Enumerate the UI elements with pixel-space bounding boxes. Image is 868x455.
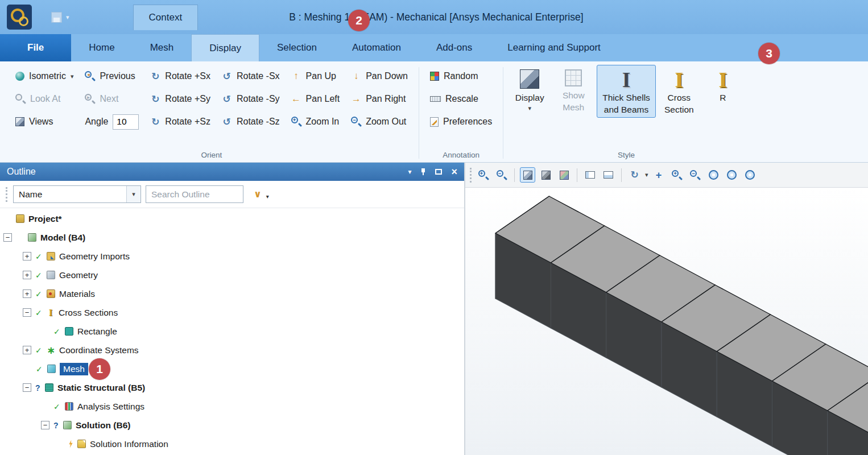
pan-tool-button[interactable]: +: [651, 167, 667, 183]
colored-view-button[interactable]: [556, 167, 572, 183]
expand-box-icon[interactable]: +: [23, 289, 31, 298]
panel-menu-caret-icon[interactable]: ▾: [408, 168, 411, 176]
tab-learning-and-support[interactable]: Learning and Support: [490, 34, 618, 61]
tree-item-cross-sections[interactable]: − ✓ I Cross Sections: [0, 303, 464, 322]
views-button[interactable]: Views: [10, 115, 78, 129]
quick-access-caret-icon[interactable]: ▾: [66, 14, 69, 21]
tree-item-project[interactable]: Project*: [0, 209, 464, 228]
tree-item-model[interactable]: − Model (B4): [0, 228, 464, 247]
solution-icon: [63, 421, 72, 429]
rotate-minus-sy-button[interactable]: ↺ Rotate -Sy: [217, 92, 285, 107]
rotate-minus-sz-button[interactable]: ↺ Rotate -Sz: [217, 114, 285, 130]
tree-item-rectangle[interactable]: ✓ Rectangle: [0, 322, 464, 341]
rotate-plus-sy-button[interactable]: ↻ Rotate +Sy: [145, 92, 216, 107]
tree-item-materials[interactable]: + ✓ Materials: [0, 284, 464, 303]
angle-label: Angle: [85, 117, 108, 127]
model-viewport[interactable]: [465, 188, 868, 455]
solid-view-button[interactable]: [538, 167, 553, 183]
collapse-box-icon[interactable]: −: [41, 421, 49, 429]
clipped-ribbon-button[interactable]: I R: [702, 65, 743, 106]
chevron-down-icon[interactable]: ▾: [266, 193, 269, 200]
chevron-down-icon[interactable]: ▾: [126, 186, 140, 202]
solution-information-icon: [77, 440, 86, 448]
rescale-icon: [430, 96, 441, 102]
float-window-icon[interactable]: [435, 169, 442, 175]
magnify-out-button[interactable]: −: [494, 167, 509, 183]
dynamic-zoom-button[interactable]: −: [688, 167, 703, 183]
search-outline-input[interactable]: [146, 185, 243, 203]
check-icon: ✓: [53, 402, 61, 411]
tree-item-analysis-settings[interactable]: ✓ Analysis Settings: [0, 397, 464, 416]
close-icon[interactable]: ×: [451, 167, 457, 177]
angle-input[interactable]: [113, 114, 139, 130]
tree-item-static-structural[interactable]: − ? Static Structural (B5): [0, 378, 464, 397]
show-mesh-button[interactable]: Show Mesh: [553, 65, 594, 115]
app-logo-gears-icon: [7, 5, 32, 30]
collapse-box-icon[interactable]: −: [23, 308, 31, 317]
toolbar-grip[interactable]: [470, 168, 472, 183]
question-state-icon: ?: [53, 421, 59, 430]
expand-box-icon[interactable]: +: [23, 271, 31, 279]
expand-box-icon[interactable]: +: [23, 252, 31, 260]
preferences-button[interactable]: Preferences: [425, 115, 497, 129]
zoom-extents-button[interactable]: [742, 167, 758, 183]
tab-file[interactable]: File: [0, 34, 71, 61]
pan-up-button[interactable]: ↑ Pan Up: [286, 69, 345, 84]
collapse-box-icon[interactable]: −: [3, 233, 12, 242]
project-icon: [16, 214, 24, 223]
zoom-in-button[interactable]: + Zoom In: [286, 115, 345, 129]
expand-all-chevron-icon[interactable]: ∨: [254, 188, 262, 200]
zoom-out-button[interactable]: − Zoom Out: [346, 115, 413, 129]
cross-sections-ibeam-icon: I: [47, 308, 55, 317]
tab-display[interactable]: Display: [191, 34, 259, 61]
tab-mesh[interactable]: Mesh: [133, 34, 192, 61]
tab-selection[interactable]: Selection: [259, 34, 334, 61]
collapse-box-icon[interactable]: −: [23, 383, 31, 392]
expand-box-icon[interactable]: +: [23, 346, 31, 354]
pan-down-button[interactable]: ↓ Pan Down: [346, 69, 413, 84]
rotate-plus-sx-button[interactable]: ↻ Rotate +Sx: [145, 69, 216, 84]
check-icon: ✓: [35, 289, 43, 299]
rescale-button[interactable]: Rescale: [425, 92, 497, 106]
tree-item-coordinate-systems[interactable]: + ✓ ∗ Coordinate Systems: [0, 341, 464, 359]
geometry-icon: [47, 271, 55, 279]
shaded-exterior-view-button[interactable]: [520, 167, 535, 183]
tree-item-solution[interactable]: − ? Solution (B6): [0, 416, 464, 435]
label: Cross: [668, 93, 691, 103]
tree-item-geometry[interactable]: + ✓ Geometry: [0, 266, 464, 284]
zoom-fit-button[interactable]: [706, 167, 721, 183]
split-view-horizontal-button[interactable]: [582, 167, 598, 183]
tab-addons[interactable]: Add-ons: [419, 34, 490, 61]
tab-automation[interactable]: Automation: [334, 34, 419, 61]
tree-item-geometry-imports[interactable]: + ✓ Geometry Imports: [0, 247, 464, 266]
chevron-down-icon[interactable]: ▾: [645, 171, 648, 179]
rotate-tool-button[interactable]: ↻: [627, 167, 642, 183]
rotate-minus-sx-button[interactable]: ↺ Rotate -Sx: [217, 69, 285, 84]
pan-right-button[interactable]: → Pan Right: [346, 92, 413, 106]
split-view-vertical-button[interactable]: [601, 167, 616, 183]
box-zoom-button[interactable]: +: [669, 167, 685, 183]
isometric-button[interactable]: Isometric ▾: [10, 69, 78, 83]
toolbar-grip[interactable]: [6, 187, 7, 202]
display-style-button[interactable]: Display ▾: [509, 65, 550, 114]
pin-icon[interactable]: [420, 168, 426, 176]
random-colors-icon: [430, 72, 439, 81]
label: Rotate +Sx: [165, 71, 210, 81]
zoom-all-button[interactable]: [724, 167, 739, 183]
move-icon: +: [656, 170, 662, 180]
pan-left-button[interactable]: ← Pan Left: [286, 92, 345, 106]
next-view-button[interactable]: ▸ Next: [80, 92, 144, 106]
check-icon: ✓: [35, 252, 43, 261]
tree-item-solution-information[interactable]: Solution Information: [0, 435, 464, 453]
tab-home[interactable]: Home: [71, 34, 132, 61]
magnify-in-button[interactable]: +: [476, 167, 491, 183]
tree-item-mesh[interactable]: ✓ Mesh: [0, 359, 464, 378]
name-filter-combobox[interactable]: Name ▾: [13, 185, 141, 203]
cross-section-button[interactable]: I Cross Section: [659, 65, 700, 118]
previous-view-button[interactable]: ◂ Previous: [80, 69, 144, 83]
look-at-button[interactable]: Look At: [10, 92, 78, 106]
save-icon[interactable]: [51, 12, 62, 23]
random-colors-button[interactable]: Random: [425, 69, 497, 83]
rotate-plus-sz-button[interactable]: ↻ Rotate +Sz: [145, 114, 216, 130]
thick-shells-and-beams-button[interactable]: I Thick Shells and Beams: [597, 65, 656, 118]
